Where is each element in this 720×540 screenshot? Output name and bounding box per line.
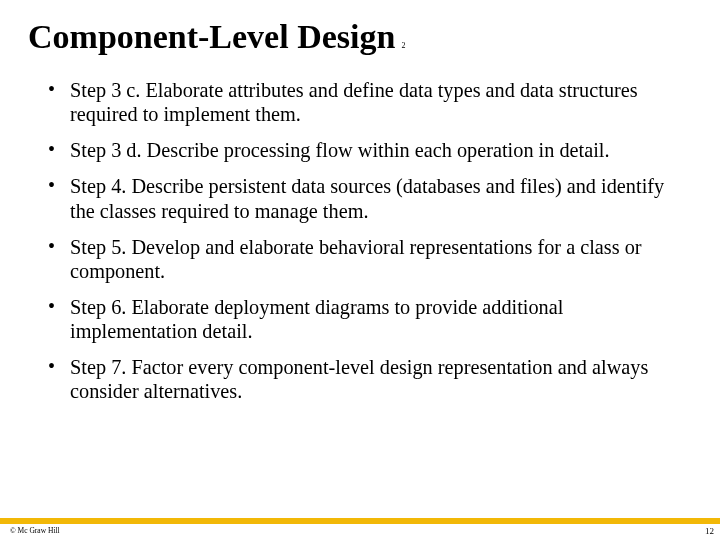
bullet-item: Step 3 c. Elaborate attributes and defin… [48,78,692,126]
title-subscript: 2 [401,41,405,50]
bullet-item: Step 4. Describe persistent data sources… [48,174,692,222]
bullet-item: Step 7. Factor every component-level des… [48,355,692,403]
page-number: 12 [705,526,714,536]
footer-row: © Mc Graw Hill 12 [0,524,720,536]
slide-title: Component-Level Design [28,18,395,56]
bullet-item: Step 3 d. Describe processing flow withi… [48,138,692,162]
footer: © Mc Graw Hill 12 [0,518,720,540]
bullet-item: Step 5. Develop and elaborate behavioral… [48,235,692,283]
title-row: Component-Level Design 2 [28,18,692,56]
copyright-text: © Mc Graw Hill [10,526,60,535]
slide: Component-Level Design 2 Step 3 c. Elabo… [0,0,720,540]
bullet-item: Step 6. Elaborate deployment diagrams to… [48,295,692,343]
bullet-list: Step 3 c. Elaborate attributes and defin… [28,78,692,404]
